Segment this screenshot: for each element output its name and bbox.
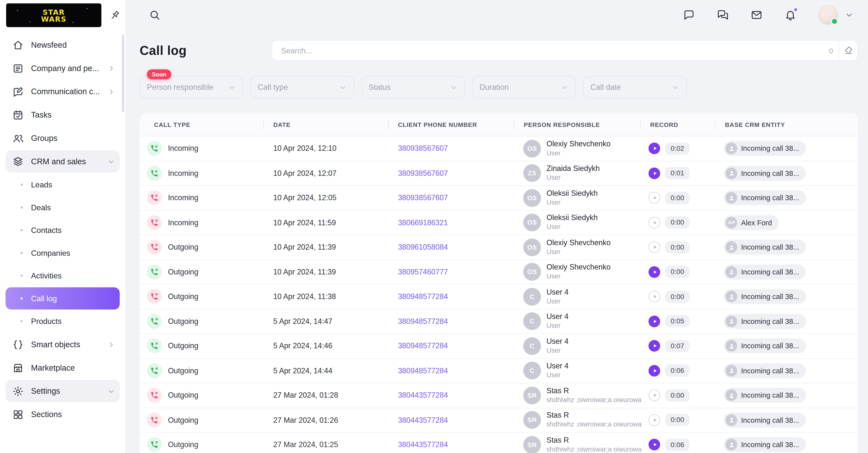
crm-entity-chip[interactable]: Incoming call 38... — [724, 141, 806, 156]
client-phone-link[interactable]: 380443577284 — [398, 441, 448, 449]
client-phone-link[interactable]: 380669186321 — [398, 218, 448, 227]
play-record-button[interactable] — [649, 340, 660, 352]
table-row[interactable]: Outgoing 27 Mar 2024, 01:26 380443577284… — [140, 408, 858, 432]
play-record-button[interactable] — [649, 217, 660, 228]
sidebar-item-smart-objects[interactable]: Smart objects — [6, 333, 120, 356]
table-row[interactable]: Outgoing 5 Apr 2024, 14:44 380948577284 … — [140, 359, 858, 383]
sidebar-item-contacts[interactable]: Contacts — [6, 219, 120, 241]
mail-icon[interactable] — [750, 9, 763, 21]
crm-entity-chip[interactable]: Incoming call 38... — [724, 413, 806, 427]
sidebar-item-tasks[interactable]: Tasks — [6, 104, 120, 126]
sidebar-item-marketplace[interactable]: Marketplace — [6, 357, 120, 379]
crm-entity-chip[interactable]: Incoming call 38... — [724, 166, 806, 181]
chat-icon[interactable] — [683, 9, 695, 21]
sidebar-item-sections[interactable]: Sections — [6, 403, 120, 425]
table-row[interactable]: Outgoing 10 Apr 2024, 11:39 380957460777… — [140, 260, 858, 285]
sidebar-item-products[interactable]: Products — [6, 310, 120, 332]
crm-entity-chip[interactable]: Incoming call 38... — [724, 264, 806, 279]
bullet-dot — [21, 275, 23, 277]
client-phone-link[interactable]: 380443577284 — [398, 416, 448, 424]
sidebar-item-deals[interactable]: Deals — [6, 196, 120, 218]
crm-entity-chip[interactable]: Incoming call 38... — [724, 314, 806, 329]
clear-search-button[interactable] — [838, 40, 858, 61]
play-record-button[interactable] — [649, 266, 660, 278]
table-row[interactable]: Outgoing 5 Apr 2024, 14:46 380948577284 … — [140, 334, 858, 359]
crm-entity-chip[interactable]: Incoming call 38... — [724, 240, 806, 255]
crm-entity-chip[interactable]: Incoming call 38... — [724, 289, 806, 304]
table-row[interactable]: Outgoing 5 Apr 2024, 14:47 380948577284 … — [140, 309, 858, 334]
client-phone-link[interactable]: 380938567607 — [398, 169, 448, 177]
play-record-button[interactable] — [649, 242, 660, 253]
play-record-button[interactable] — [649, 168, 660, 179]
play-record-button[interactable] — [649, 439, 660, 451]
duration-badge: 0:00 — [665, 290, 690, 303]
sidebar-item-companies[interactable]: Companies — [6, 242, 120, 264]
sidebar-item-call-log[interactable]: Call log — [6, 287, 120, 309]
client-phone-link[interactable]: 380938567607 — [398, 144, 448, 153]
table-row[interactable]: Outgoing 10 Apr 2024, 11:38 380948577284… — [140, 285, 858, 309]
app-logo[interactable]: STAR WARS — [6, 3, 101, 27]
column-header-call-type: CALL TYPE — [140, 121, 263, 128]
sidebar-scrollbar[interactable] — [122, 34, 124, 112]
play-record-button[interactable] — [649, 291, 660, 302]
play-record-button[interactable] — [649, 365, 660, 376]
play-record-button[interactable] — [649, 192, 660, 204]
filter-call-type[interactable]: Call type — [250, 76, 354, 98]
play-record-button[interactable] — [649, 315, 660, 327]
filter-status[interactable]: Status — [362, 76, 465, 98]
call-type-label: Outgoing — [168, 441, 198, 449]
svg-text:WARS: WARS — [41, 15, 66, 23]
chats-icon[interactable] — [717, 9, 729, 21]
call-type-cell: Incoming — [140, 166, 263, 181]
call-date: 10 Apr 2024, 12:07 — [273, 169, 336, 177]
call-type-cell: Outgoing — [140, 314, 263, 329]
bell-icon[interactable] — [784, 9, 797, 21]
sidebar-item-settings[interactable]: Settings — [6, 380, 120, 402]
record-cell: 0:00 — [640, 241, 715, 254]
sidebar-item-company-and-pe[interactable]: Company and pe... — [6, 57, 120, 79]
table-row[interactable]: Incoming 10 Apr 2024, 11:59 380669186321… — [140, 210, 858, 235]
table-row[interactable]: Outgoing 27 Mar 2024, 01:25 380443577284… — [140, 432, 858, 453]
sidebar-item-crm-and-sales[interactable]: CRM and sales — [6, 150, 120, 172]
crm-entity-chip[interactable]: Incoming call 38... — [724, 190, 806, 205]
client-phone-link[interactable]: 380443577284 — [398, 391, 448, 400]
chevron-down-icon[interactable] — [845, 10, 854, 20]
crm-entity-label: Incoming call 38... — [741, 342, 799, 350]
pin-icon[interactable] — [108, 9, 121, 21]
search-icon[interactable] — [149, 9, 161, 21]
table-row[interactable]: Incoming 10 Apr 2024, 12:07 380938567607… — [140, 161, 858, 186]
client-phone-link[interactable]: 380948577284 — [398, 342, 448, 350]
crm-entity-chip[interactable]: Incoming call 38... — [724, 388, 806, 403]
date-cell: 10 Apr 2024, 11:38 — [263, 292, 388, 301]
crm-entity-chip[interactable]: Incoming call 38... — [724, 338, 806, 353]
user-avatar[interactable] — [818, 5, 838, 25]
person-icon — [725, 315, 737, 327]
crm-entity-chip[interactable]: Incoming call 38... — [724, 437, 806, 452]
sidebar-item-communication-c[interactable]: Communication c... — [6, 80, 120, 103]
filter-duration[interactable]: Duration — [472, 76, 576, 98]
crm-entity-chip[interactable]: Incoming call 38... — [724, 363, 806, 378]
call-type-cell: Outgoing — [140, 338, 263, 353]
filter-call-date[interactable]: Call date — [583, 76, 687, 98]
play-record-button[interactable] — [649, 390, 660, 401]
client-phone-link[interactable]: 380938567607 — [398, 194, 448, 202]
table-row[interactable]: Outgoing 27 Mar 2024, 01:28 380443577284… — [140, 383, 858, 408]
sidebar-item-groups[interactable]: Groups — [6, 127, 120, 149]
search-input[interactable] — [280, 46, 824, 56]
play-record-button[interactable] — [649, 143, 660, 154]
user-menu[interactable] — [818, 5, 854, 25]
table-row[interactable]: Incoming 10 Apr 2024, 12:05 380938567607… — [140, 186, 858, 210]
table-row[interactable]: Outgoing 10 Apr 2024, 11:39 380961058084… — [140, 235, 858, 260]
table-row[interactable]: Incoming 10 Apr 2024, 12:10 380938567607… — [140, 137, 858, 161]
client-phone-link[interactable]: 380948577284 — [398, 366, 448, 375]
client-phone-link[interactable]: 380957460777 — [398, 268, 448, 276]
crm-entity-chip[interactable]: АИ Alex Ford — [724, 215, 779, 230]
client-phone-link[interactable]: 380961058084 — [398, 243, 448, 251]
person-role: shdhiwhz ;oiwroiwar;a oiwurowa — [547, 445, 642, 453]
sidebar-item-activities[interactable]: Activities — [6, 265, 120, 287]
sidebar-item-newsfeed[interactable]: Newsfeed — [6, 34, 120, 56]
play-record-button[interactable] — [649, 414, 660, 426]
client-phone-link[interactable]: 380948577284 — [398, 292, 448, 301]
client-phone-link[interactable]: 380948577284 — [398, 317, 448, 325]
sidebar-item-leads[interactable]: Leads — [6, 174, 120, 196]
